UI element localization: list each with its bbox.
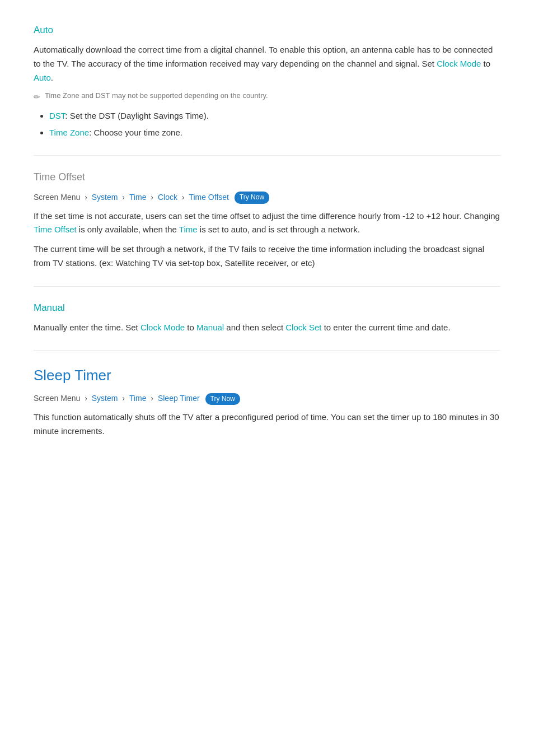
try-now-badge-time-offset[interactable]: Try Now — [235, 192, 269, 203]
sep1: › — [85, 193, 90, 202]
breadcrumb-clock[interactable]: Clock — [158, 193, 177, 202]
sleep-timer-breadcrumb: Screen Menu › System › Time › Sleep Time… — [34, 392, 500, 405]
auto-para1: Automatically download the correct time … — [34, 43, 500, 85]
clock-mode-link[interactable]: Clock Mode — [437, 59, 481, 68]
auto-section: Auto Automatically download the correct … — [34, 22, 500, 139]
bullet-dst: DST: Set the DST (Daylight Savings Time)… — [49, 109, 500, 123]
clock-set-link[interactable]: Clock Set — [285, 323, 321, 332]
sep2: › — [122, 193, 127, 202]
time-offset-heading: Time Offset — [34, 169, 500, 185]
auto-heading: Auto — [34, 22, 500, 38]
sleep-sep2: › — [122, 394, 127, 403]
breadcrumb-system[interactable]: System — [92, 193, 118, 202]
auto-para1-end: . — [51, 73, 53, 82]
divider-1 — [34, 155, 500, 156]
manual-section: Manual Manually enter the time. Set Cloc… — [34, 300, 500, 335]
bullet-timezone: Time Zone: Choose your time zone. — [49, 126, 500, 139]
manual-heading: Manual — [34, 300, 500, 315]
manual-clock-mode-link[interactable]: Clock Mode — [140, 323, 185, 332]
manual-mid2: and then select — [224, 323, 285, 332]
time-offset-para1: If the set time is not accurate, users c… — [34, 209, 500, 237]
manual-text1: Manually enter the time. Set — [34, 323, 140, 332]
time-offset-mid: is only available, when the — [77, 225, 179, 234]
breadcrumb-time-offset[interactable]: Time Offset — [189, 193, 229, 202]
auto-bullet-list: DST: Set the DST (Daylight Savings Time)… — [49, 109, 500, 139]
try-now-badge-sleep[interactable]: Try Now — [205, 393, 240, 405]
manual-end: to enter the current time and date. — [321, 323, 450, 332]
divider-3 — [34, 350, 500, 351]
time-offset-end: is set to auto, and is set through a net… — [198, 225, 360, 234]
auto-para1-text1: Automatically download the correct time … — [34, 45, 493, 68]
sep3: › — [151, 193, 156, 202]
sleep-timer-section: Sleep Timer Screen Menu › System › Time … — [34, 364, 500, 438]
breadcrumb-screen-menu: Screen Menu — [34, 193, 80, 202]
auto-link[interactable]: Auto — [34, 73, 51, 82]
sleep-breadcrumb-time[interactable]: Time — [129, 394, 147, 403]
timezone-link[interactable]: Time Zone — [49, 128, 89, 137]
sep4: › — [182, 193, 187, 202]
time-offset-breadcrumb: Screen Menu › System › Time › Clock › Ti… — [34, 191, 500, 204]
auto-note: ✏ Time Zone and DST may not be supported… — [34, 90, 500, 103]
timezone-text: : Choose your time zone. — [89, 128, 182, 137]
time-offset-section: Time Offset Screen Menu › System › Time … — [34, 169, 500, 270]
time-offset-para2: The current time will be set through a n… — [34, 242, 500, 270]
manual-link[interactable]: Manual — [196, 323, 224, 332]
breadcrumb-time[interactable]: Time — [129, 193, 147, 202]
time-link[interactable]: Time — [179, 225, 198, 234]
sleep-timer-para1: This function automatically shuts off th… — [34, 410, 500, 438]
dst-link[interactable]: DST — [49, 111, 65, 120]
note-icon: ✏ — [34, 91, 40, 103]
auto-note-text: Time Zone and DST may not be supported d… — [45, 90, 268, 102]
sleep-sep3: › — [151, 394, 156, 403]
sleep-breadcrumb-system[interactable]: System — [92, 394, 118, 403]
manual-mid: to — [185, 323, 196, 332]
sleep-breadcrumb-screen-menu: Screen Menu — [34, 394, 80, 403]
sleep-breadcrumb-sleep-timer[interactable]: Sleep Timer — [158, 394, 200, 403]
divider-2 — [34, 286, 500, 287]
time-offset-text1: If the set time is not accurate, users c… — [34, 211, 500, 221]
manual-para1: Manually enter the time. Set Clock Mode … — [34, 321, 500, 335]
auto-para1-mid: to — [481, 59, 490, 68]
sleep-sep1: › — [85, 394, 90, 403]
sleep-timer-heading: Sleep Timer — [34, 364, 500, 388]
time-offset-link[interactable]: Time Offset — [34, 225, 77, 234]
dst-text: : Set the DST (Daylight Savings Time). — [65, 111, 209, 120]
